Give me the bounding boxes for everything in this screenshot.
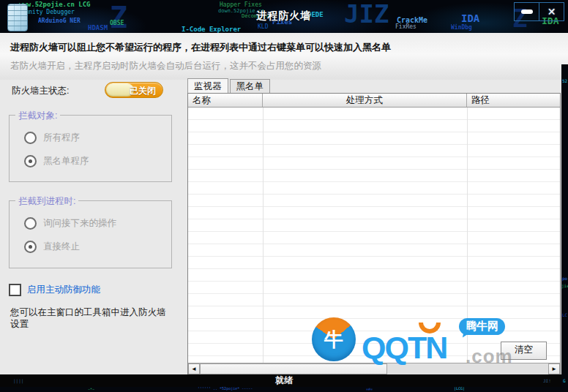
radio-label: 询问接下来的操作: [43, 217, 116, 230]
bottom-skin-strip: '''''' .. *52pojie* -----~*~|LCG|=#=: [0, 387, 568, 392]
radio-icon: [24, 155, 37, 167]
radio-terminate-directly[interactable]: 直接终止: [24, 241, 80, 253]
toolbox-hint-text: 您可以在主窗口的工具箱中进入防火墙设置: [10, 306, 174, 330]
column-divider: [263, 108, 264, 363]
window-controls: ✕: [514, 2, 564, 21]
scroll-right-button[interactable]: ►: [548, 363, 560, 374]
tab-monitor[interactable]: 监视器: [187, 78, 228, 94]
minimize-icon: [521, 10, 533, 14]
window-title: 进程防火墙: [0, 10, 568, 23]
group-on-intercept: 拦截到进程时: 询问接下来的操作 直接终止: [9, 200, 172, 268]
radio-ask-action[interactable]: 询问接下来的操作: [24, 217, 116, 230]
scroll-left-icon: ◄: [191, 366, 197, 372]
radio-icon: [24, 132, 37, 144]
intro-band: [0, 33, 568, 80]
column-header-name[interactable]: 名称: [188, 94, 263, 107]
toggle-state-label: 已关闭: [130, 85, 156, 97]
clear-button[interactable]: 清空: [501, 342, 547, 360]
titlebar: www.52pojie.cn LCGImmunity DebuggerARdui…: [0, 0, 568, 33]
firewall-state-label: 防火墙主状态:: [12, 85, 69, 97]
radio-all-programs[interactable]: 所有程序: [24, 132, 80, 144]
column-header-action[interactable]: 处理方式: [263, 94, 467, 107]
scrollbar-track[interactable]: [387, 363, 548, 374]
group-legend: 拦截对象:: [15, 110, 60, 122]
process-firewall-window: www.52pojie.cn LCGImmunity DebuggerARdui…: [0, 0, 568, 392]
firewall-state-toggle[interactable]: 已关闭: [105, 82, 163, 98]
table-body-empty: [188, 108, 560, 363]
radio-blacklist-programs[interactable]: 黑名单程序: [24, 155, 89, 167]
radio-label: 所有程序: [43, 132, 80, 144]
radio-label: 直接终止: [43, 241, 80, 253]
scrollbar-thumb[interactable]: [200, 363, 387, 374]
checkbox-label: 启用主动防御功能: [27, 284, 100, 296]
checkbox-icon: [9, 284, 21, 296]
checkbox-active-defense[interactable]: 启用主动防御功能: [9, 284, 100, 296]
close-icon: ✕: [548, 7, 556, 17]
process-list-table: 名称 处理方式 路径 ◄ ►: [187, 93, 561, 375]
intro-line-2: 若防火墙开启，主程序启动时防火墙会自动后台运行，这并不会占用您的资源: [10, 60, 321, 72]
radio-icon: [24, 241, 37, 253]
group-legend: 拦截到进程时:: [15, 195, 78, 208]
intro-line-1: 进程防火墙可以阻止您不希望运行的程序，在进程列表中通过右键菜单可以快速加入黑名单: [10, 41, 391, 54]
right-skin-strip: 52pojieLCG: [561, 64, 568, 392]
radio-icon: [24, 217, 37, 230]
horizontal-scrollbar: ◄ ►: [188, 363, 560, 374]
scroll-right-icon: ►: [551, 366, 557, 372]
scroll-left-button[interactable]: ◄: [188, 363, 200, 374]
column-divider: [467, 108, 468, 363]
minimize-button[interactable]: [515, 3, 539, 20]
table-header: 名称 处理方式 路径: [188, 94, 560, 108]
radio-label: 黑名单程序: [43, 155, 89, 167]
group-intercept-target: 拦截对象: 所有程序 黑名单程序: [9, 115, 172, 182]
close-button[interactable]: ✕: [539, 3, 564, 20]
column-header-path[interactable]: 路径: [467, 94, 560, 107]
status-bar: 就绪 ||||JI!: [0, 374, 568, 387]
tab-blacklist[interactable]: 黑名单: [230, 79, 271, 94]
status-texture: ||||JI!: [0, 374, 568, 387]
tab-bar: 监视器 黑名单: [187, 78, 272, 94]
